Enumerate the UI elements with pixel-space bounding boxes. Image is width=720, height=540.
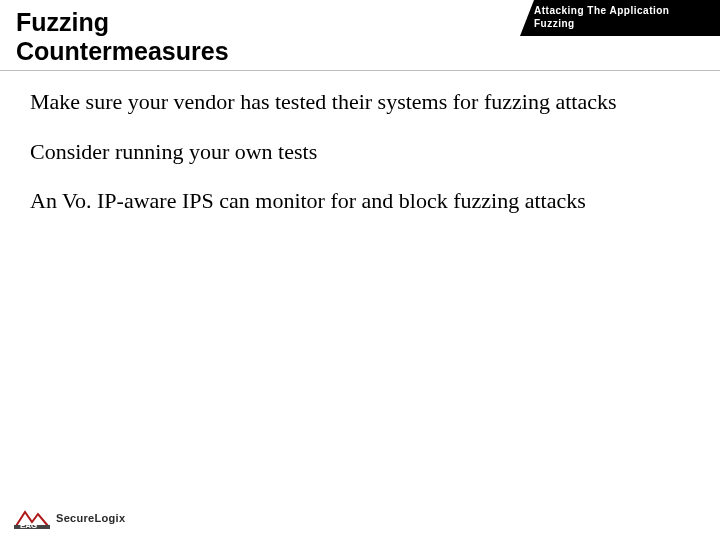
header-divider xyxy=(0,70,720,71)
logo-text: SecureLogix xyxy=(56,513,125,525)
bullet-item: Consider running your own tests xyxy=(30,138,700,166)
section-tab-line1: Attacking The Application xyxy=(534,4,714,17)
logo-icon: EAG xyxy=(14,508,50,530)
slide-title-line2: Countermeasures xyxy=(16,37,396,66)
logo-brand: SecureLogix xyxy=(56,512,125,524)
svg-text:EAG: EAG xyxy=(20,521,37,530)
slide-body: Make sure your vendor has tested their s… xyxy=(30,88,700,237)
section-tab: Attacking The Application Fuzzing xyxy=(520,0,720,36)
slide-title-line1: Fuzzing xyxy=(16,8,396,37)
section-tab-line2: Fuzzing xyxy=(534,17,714,30)
footer-logo: EAG SecureLogix xyxy=(14,508,125,530)
bullet-item: Make sure your vendor has tested their s… xyxy=(30,88,700,116)
slide-title: Fuzzing Countermeasures xyxy=(16,8,396,66)
bullet-item: An Vo. IP-aware IPS can monitor for and … xyxy=(30,187,700,215)
